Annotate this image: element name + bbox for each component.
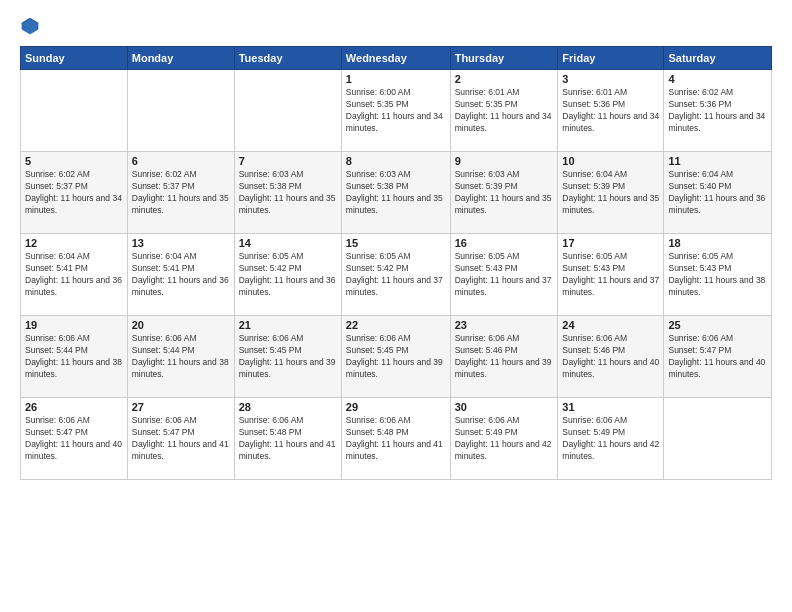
weekday-header-row: SundayMondayTuesdayWednesdayThursdayFrid…: [21, 47, 772, 70]
weekday-header-monday: Monday: [127, 47, 234, 70]
day-detail: Sunrise: 6:02 AM Sunset: 5:37 PM Dayligh…: [25, 169, 123, 217]
week-row-2: 5Sunrise: 6:02 AM Sunset: 5:37 PM Daylig…: [21, 152, 772, 234]
calendar-cell: 8Sunrise: 6:03 AM Sunset: 5:38 PM Daylig…: [341, 152, 450, 234]
calendar-cell: 4Sunrise: 6:02 AM Sunset: 5:36 PM Daylig…: [664, 70, 772, 152]
calendar-cell: 30Sunrise: 6:06 AM Sunset: 5:49 PM Dayli…: [450, 398, 558, 480]
day-detail: Sunrise: 6:02 AM Sunset: 5:36 PM Dayligh…: [668, 87, 767, 135]
calendar-cell: 10Sunrise: 6:04 AM Sunset: 5:39 PM Dayli…: [558, 152, 664, 234]
day-detail: Sunrise: 6:06 AM Sunset: 5:49 PM Dayligh…: [455, 415, 554, 463]
day-number: 3: [562, 73, 659, 85]
day-number: 7: [239, 155, 337, 167]
day-detail: Sunrise: 6:03 AM Sunset: 5:38 PM Dayligh…: [346, 169, 446, 217]
calendar-cell: 1Sunrise: 6:00 AM Sunset: 5:35 PM Daylig…: [341, 70, 450, 152]
calendar-cell: 24Sunrise: 6:06 AM Sunset: 5:46 PM Dayli…: [558, 316, 664, 398]
day-detail: Sunrise: 6:06 AM Sunset: 5:46 PM Dayligh…: [562, 333, 659, 381]
calendar-cell: 22Sunrise: 6:06 AM Sunset: 5:45 PM Dayli…: [341, 316, 450, 398]
calendar-cell: 7Sunrise: 6:03 AM Sunset: 5:38 PM Daylig…: [234, 152, 341, 234]
day-detail: Sunrise: 6:03 AM Sunset: 5:38 PM Dayligh…: [239, 169, 337, 217]
day-number: 4: [668, 73, 767, 85]
day-detail: Sunrise: 6:03 AM Sunset: 5:39 PM Dayligh…: [455, 169, 554, 217]
day-detail: Sunrise: 6:05 AM Sunset: 5:43 PM Dayligh…: [455, 251, 554, 299]
calendar-cell: 2Sunrise: 6:01 AM Sunset: 5:35 PM Daylig…: [450, 70, 558, 152]
day-number: 17: [562, 237, 659, 249]
day-detail: Sunrise: 6:04 AM Sunset: 5:40 PM Dayligh…: [668, 169, 767, 217]
day-number: 19: [25, 319, 123, 331]
calendar-cell: 13Sunrise: 6:04 AM Sunset: 5:41 PM Dayli…: [127, 234, 234, 316]
day-detail: Sunrise: 6:06 AM Sunset: 5:49 PM Dayligh…: [562, 415, 659, 463]
day-number: 5: [25, 155, 123, 167]
calendar-cell: 19Sunrise: 6:06 AM Sunset: 5:44 PM Dayli…: [21, 316, 128, 398]
day-number: 26: [25, 401, 123, 413]
calendar-cell: 3Sunrise: 6:01 AM Sunset: 5:36 PM Daylig…: [558, 70, 664, 152]
calendar-cell: 28Sunrise: 6:06 AM Sunset: 5:48 PM Dayli…: [234, 398, 341, 480]
logo-icon: [20, 16, 40, 36]
calendar-cell: 11Sunrise: 6:04 AM Sunset: 5:40 PM Dayli…: [664, 152, 772, 234]
day-detail: Sunrise: 6:05 AM Sunset: 5:43 PM Dayligh…: [668, 251, 767, 299]
calendar-cell: 27Sunrise: 6:06 AM Sunset: 5:47 PM Dayli…: [127, 398, 234, 480]
day-number: 24: [562, 319, 659, 331]
page: SundayMondayTuesdayWednesdayThursdayFrid…: [0, 0, 792, 612]
week-row-4: 19Sunrise: 6:06 AM Sunset: 5:44 PM Dayli…: [21, 316, 772, 398]
header: [20, 16, 772, 36]
day-number: 18: [668, 237, 767, 249]
day-detail: Sunrise: 6:05 AM Sunset: 5:42 PM Dayligh…: [346, 251, 446, 299]
day-number: 11: [668, 155, 767, 167]
calendar-cell: 26Sunrise: 6:06 AM Sunset: 5:47 PM Dayli…: [21, 398, 128, 480]
day-detail: Sunrise: 6:02 AM Sunset: 5:37 PM Dayligh…: [132, 169, 230, 217]
day-number: 16: [455, 237, 554, 249]
day-number: 1: [346, 73, 446, 85]
day-number: 10: [562, 155, 659, 167]
week-row-1: 1Sunrise: 6:00 AM Sunset: 5:35 PM Daylig…: [21, 70, 772, 152]
day-number: 13: [132, 237, 230, 249]
day-number: 6: [132, 155, 230, 167]
day-detail: Sunrise: 6:06 AM Sunset: 5:45 PM Dayligh…: [346, 333, 446, 381]
day-detail: Sunrise: 6:06 AM Sunset: 5:44 PM Dayligh…: [132, 333, 230, 381]
day-detail: Sunrise: 6:04 AM Sunset: 5:41 PM Dayligh…: [132, 251, 230, 299]
day-detail: Sunrise: 6:05 AM Sunset: 5:43 PM Dayligh…: [562, 251, 659, 299]
day-detail: Sunrise: 6:06 AM Sunset: 5:45 PM Dayligh…: [239, 333, 337, 381]
weekday-header-friday: Friday: [558, 47, 664, 70]
day-number: 14: [239, 237, 337, 249]
calendar-cell: 17Sunrise: 6:05 AM Sunset: 5:43 PM Dayli…: [558, 234, 664, 316]
day-detail: Sunrise: 6:04 AM Sunset: 5:41 PM Dayligh…: [25, 251, 123, 299]
calendar-cell: 5Sunrise: 6:02 AM Sunset: 5:37 PM Daylig…: [21, 152, 128, 234]
weekday-header-saturday: Saturday: [664, 47, 772, 70]
calendar-cell: 6Sunrise: 6:02 AM Sunset: 5:37 PM Daylig…: [127, 152, 234, 234]
day-number: 12: [25, 237, 123, 249]
day-number: 23: [455, 319, 554, 331]
calendar-cell: [664, 398, 772, 480]
week-row-3: 12Sunrise: 6:04 AM Sunset: 5:41 PM Dayli…: [21, 234, 772, 316]
calendar-cell: 12Sunrise: 6:04 AM Sunset: 5:41 PM Dayli…: [21, 234, 128, 316]
day-detail: Sunrise: 6:06 AM Sunset: 5:48 PM Dayligh…: [346, 415, 446, 463]
calendar-cell: 29Sunrise: 6:06 AM Sunset: 5:48 PM Dayli…: [341, 398, 450, 480]
weekday-header-wednesday: Wednesday: [341, 47, 450, 70]
calendar-cell: 21Sunrise: 6:06 AM Sunset: 5:45 PM Dayli…: [234, 316, 341, 398]
day-detail: Sunrise: 6:06 AM Sunset: 5:48 PM Dayligh…: [239, 415, 337, 463]
day-detail: Sunrise: 6:05 AM Sunset: 5:42 PM Dayligh…: [239, 251, 337, 299]
logo: [20, 16, 44, 36]
calendar-cell: [127, 70, 234, 152]
calendar-cell: 15Sunrise: 6:05 AM Sunset: 5:42 PM Dayli…: [341, 234, 450, 316]
day-number: 25: [668, 319, 767, 331]
day-number: 2: [455, 73, 554, 85]
day-detail: Sunrise: 6:06 AM Sunset: 5:47 PM Dayligh…: [668, 333, 767, 381]
day-detail: Sunrise: 6:00 AM Sunset: 5:35 PM Dayligh…: [346, 87, 446, 135]
day-number: 8: [346, 155, 446, 167]
day-detail: Sunrise: 6:01 AM Sunset: 5:35 PM Dayligh…: [455, 87, 554, 135]
weekday-header-sunday: Sunday: [21, 47, 128, 70]
week-row-5: 26Sunrise: 6:06 AM Sunset: 5:47 PM Dayli…: [21, 398, 772, 480]
calendar-cell: [234, 70, 341, 152]
day-detail: Sunrise: 6:06 AM Sunset: 5:46 PM Dayligh…: [455, 333, 554, 381]
day-detail: Sunrise: 6:04 AM Sunset: 5:39 PM Dayligh…: [562, 169, 659, 217]
day-detail: Sunrise: 6:01 AM Sunset: 5:36 PM Dayligh…: [562, 87, 659, 135]
calendar-cell: 23Sunrise: 6:06 AM Sunset: 5:46 PM Dayli…: [450, 316, 558, 398]
day-number: 28: [239, 401, 337, 413]
day-detail: Sunrise: 6:06 AM Sunset: 5:47 PM Dayligh…: [132, 415, 230, 463]
day-number: 27: [132, 401, 230, 413]
calendar-cell: [21, 70, 128, 152]
day-number: 21: [239, 319, 337, 331]
weekday-header-tuesday: Tuesday: [234, 47, 341, 70]
day-number: 15: [346, 237, 446, 249]
day-number: 31: [562, 401, 659, 413]
day-number: 30: [455, 401, 554, 413]
